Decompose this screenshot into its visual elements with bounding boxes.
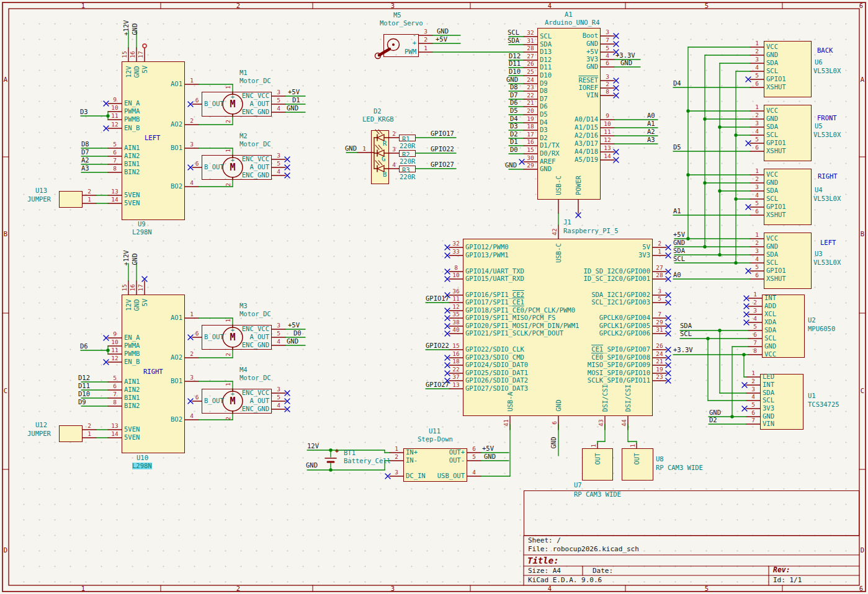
net-label[interactable]: GND	[506, 76, 518, 83]
net-label[interactable]: +3.3V	[673, 347, 693, 353]
net-label[interactable]: +5V	[482, 445, 494, 452]
ref-U5[interactable]: U5	[815, 123, 823, 130]
net-label[interactable]: D9	[78, 399, 86, 406]
value-U5[interactable]: VL53L0X	[813, 131, 841, 138]
ref-J1[interactable]: J1	[563, 219, 571, 226]
ref-R1[interactable]: R1	[402, 136, 410, 143]
net-label[interactable]: A0	[673, 272, 681, 278]
net-label[interactable]: D8	[81, 141, 89, 148]
net-label[interactable]: GPIO17	[426, 295, 449, 302]
net-label[interactable]: SCL	[508, 29, 519, 36]
net-label[interactable]: D12	[78, 375, 90, 381]
value-M4[interactable]: Motor_DC	[239, 375, 271, 381]
ref-U9[interactable]: U9	[138, 221, 146, 228]
value-U12[interactable]: JUMPER	[27, 430, 51, 437]
net-label[interactable]: D5	[673, 144, 681, 151]
net-label[interactable]: GND	[287, 338, 298, 345]
net-label[interactable]: GPIO22	[431, 146, 454, 153]
value-U4[interactable]: VL53L0X	[813, 195, 841, 202]
ref-R2[interactable]: R2	[402, 151, 410, 158]
ref-U1[interactable]: U1	[808, 392, 816, 399]
net-label[interactable]: +5V	[288, 322, 300, 329]
net-label[interactable]: D3	[510, 123, 518, 130]
ref-U11[interactable]: U11	[429, 428, 441, 435]
ref-M4[interactable]: M4	[239, 366, 248, 373]
net-label[interactable]: D0	[293, 330, 302, 337]
value-U2[interactable]: MPU6050	[808, 326, 835, 332]
net-label[interactable]: A1	[673, 208, 681, 215]
net-label[interactable]: GND	[287, 105, 298, 112]
net-label[interactable]: GND	[620, 60, 632, 66]
net-label[interactable]: A2	[81, 157, 89, 164]
ref-U4[interactable]: U4	[815, 187, 823, 193]
ref-U10[interactable]: U10	[136, 454, 148, 461]
net-label[interactable]: D11	[78, 383, 90, 389]
net-label[interactable]: A1	[647, 120, 655, 127]
net-label[interactable]: D1	[292, 97, 300, 104]
value-D2[interactable]: LED_KRGB	[362, 116, 394, 123]
net-label[interactable]: D7	[510, 92, 518, 99]
net-label[interactable]: +12V	[123, 250, 130, 265]
ref-M1[interactable]: M1	[239, 69, 248, 76]
net-label[interactable]: GND	[484, 453, 496, 460]
net-label[interactable]: SDA	[673, 247, 685, 254]
value-U10[interactable]: L298N	[132, 463, 152, 469]
net-label[interactable]: SDA	[680, 322, 692, 329]
net-label[interactable]: D2	[510, 131, 518, 138]
value-M5[interactable]: Motor_Servo	[380, 20, 423, 27]
net-label[interactable]: D4	[510, 115, 518, 122]
net-label[interactable]: D6	[510, 99, 518, 106]
value-J1[interactable]: Raspberry_PI_5	[563, 228, 619, 234]
net-label[interactable]: GPIO27	[431, 161, 454, 168]
net-label[interactable]: SCL	[680, 330, 692, 337]
net-label[interactable]: A0	[647, 112, 655, 119]
net-label[interactable]: GND	[505, 162, 517, 169]
net-label[interactable]: A2	[647, 128, 655, 135]
ref-D2[interactable]: D2	[374, 108, 382, 115]
value-U9[interactable]: L298N	[132, 229, 152, 236]
net-label[interactable]: GND	[132, 254, 138, 265]
net-label[interactable]: D6	[80, 343, 88, 350]
net-label[interactable]: A3	[647, 136, 655, 143]
net-label[interactable]: D11	[509, 60, 521, 67]
net-label[interactable]: +5V	[673, 231, 685, 238]
ref-R3[interactable]: R3	[402, 167, 410, 174]
value-U3[interactable]: VL53L0X	[813, 259, 841, 266]
net-label[interactable]: D7	[81, 149, 89, 156]
net-label[interactable]: D10	[78, 391, 90, 397]
ref-M2[interactable]: M2	[239, 133, 248, 140]
net-label[interactable]: D0	[510, 146, 518, 153]
net-label[interactable]: A3	[81, 165, 89, 172]
ref-M3[interactable]: M3	[239, 303, 248, 309]
net-label[interactable]: +12V	[123, 20, 130, 35]
ref-U7[interactable]: U7	[574, 482, 582, 489]
net-label[interactable]: GND	[132, 24, 138, 35]
value-U1[interactable]: TCS34725	[808, 401, 839, 408]
value-U7[interactable]: RP CAM3 WIDE	[574, 491, 621, 498]
net-label[interactable]: D3	[80, 109, 88, 115]
net-label[interactable]: +5V	[436, 36, 447, 43]
net-label[interactable]: GPIO22	[426, 342, 449, 349]
net-label[interactable]: GPIO27	[426, 381, 449, 388]
value-U13[interactable]: JUMPER	[27, 196, 51, 203]
net-label[interactable]: +5V	[288, 89, 300, 95]
ref-U12[interactable]: U12	[35, 422, 47, 428]
value-M1[interactable]: Motor_DC	[239, 78, 271, 84]
net-label[interactable]: D2	[709, 417, 717, 423]
ref-U13[interactable]: U13	[35, 187, 47, 194]
net-label[interactable]: 12V	[307, 443, 319, 450]
net-label[interactable]: D8	[510, 84, 518, 91]
ref-U2[interactable]: U2	[808, 317, 816, 324]
ref-M5[interactable]: M5	[393, 12, 401, 19]
net-label[interactable]: GND	[709, 409, 721, 416]
ref-A1[interactable]: A1	[565, 11, 573, 18]
net-label[interactable]: D12	[509, 53, 521, 60]
net-label[interactable]: SCL	[673, 255, 685, 262]
ref-U3[interactable]: U3	[815, 250, 823, 257]
net-label[interactable]: GND	[306, 462, 318, 469]
value-A1[interactable]: Arduino_UNO_R4	[545, 19, 600, 26]
ref-U6[interactable]: U6	[815, 59, 823, 66]
net-label[interactable]: D5	[510, 107, 518, 114]
net-label[interactable]: GND	[550, 437, 557, 449]
net-label[interactable]: SDA	[508, 37, 519, 44]
